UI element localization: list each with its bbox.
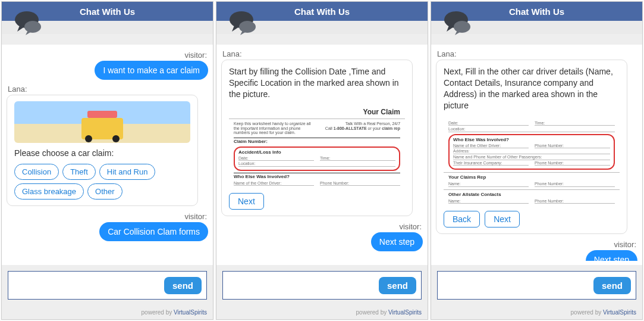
input-area: send xyxy=(431,265,642,306)
next-button[interactable]: Next xyxy=(485,211,520,227)
chip-hit-and-run[interactable]: Hit and Run xyxy=(99,164,156,180)
footer: powered by VirtualSpirits xyxy=(216,306,428,319)
chip-theft[interactable]: Theft xyxy=(62,164,96,180)
chat-area[interactable]: Lana: Start by filling the Collision Dat… xyxy=(216,45,428,265)
input-area: send xyxy=(216,265,428,306)
next-button[interactable]: Next xyxy=(229,193,264,210)
svg-point-1 xyxy=(24,21,41,33)
bot-message: Start by filling the Collision Date ,Tim… xyxy=(221,60,413,216)
header-title: Chat With Us xyxy=(509,7,564,17)
visitor-label: visitor: xyxy=(7,212,207,221)
chat-bubbles-icon xyxy=(442,10,475,36)
message-input[interactable]: send xyxy=(8,271,207,300)
visitor-label: visitor: xyxy=(7,51,207,60)
header-title: Chat With Us xyxy=(80,7,135,17)
prompt-text: Please choose a car claim: xyxy=(14,148,190,159)
claim-form-image: Your Claim Keep this worksheet handy to … xyxy=(229,105,405,190)
message-input[interactable]: send xyxy=(437,271,636,300)
chat-bubbles-icon xyxy=(12,10,46,36)
back-button[interactable]: Back xyxy=(444,211,480,227)
user-message: Car Collision Clam forms xyxy=(99,222,208,241)
brand-link[interactable]: VirtualSpirits xyxy=(603,309,636,316)
send-button[interactable]: send xyxy=(164,277,202,294)
input-area: send xyxy=(2,265,213,306)
bot-message: Please choose a car claim: Collision The… xyxy=(7,95,198,206)
chip-other[interactable]: Other xyxy=(87,183,122,200)
brand-link[interactable]: VirtualSpirits xyxy=(174,309,207,316)
chip-glass-breakage[interactable]: Glass breakage xyxy=(14,183,84,200)
svg-point-3 xyxy=(239,21,256,33)
user-message: Next step xyxy=(371,232,423,251)
footer: powered by VirtualSpirits xyxy=(431,306,642,319)
form-title: Your Claim xyxy=(234,108,400,116)
header-title: Chat With Us xyxy=(294,7,350,17)
chip-row: Collision Theft Hit and Run Glass breaka… xyxy=(14,164,190,200)
footer: powered by VirtualSpirits xyxy=(2,306,213,319)
user-message-partial: Next step xyxy=(586,250,637,261)
chat-widget-2: Chat With Us Lana: Start by filling the … xyxy=(216,1,428,320)
instruction-text: Start by filling the Collision Date ,Tim… xyxy=(229,66,405,100)
message-input[interactable]: send xyxy=(222,271,422,300)
chat-widget-3: Chat With Us Lana: Next, Fill in the oth… xyxy=(431,1,643,320)
chip-collision[interactable]: Collision xyxy=(14,164,59,180)
bot-message: Next, Fill in the other car driver detai… xyxy=(436,60,627,234)
send-button[interactable]: send xyxy=(379,277,416,294)
highlighted-section: Who Else Was Involved? Name of the Other… xyxy=(448,134,615,170)
chat-area[interactable]: Lana: Next, Fill in the other car driver… xyxy=(431,45,642,265)
claim-form-image: Date:Time: Location: Who Else Was Involv… xyxy=(444,116,620,208)
visitor-label: visitor: xyxy=(436,240,636,249)
chat-widget-1: Chat With Us visitor: I want to make a c… xyxy=(1,1,213,320)
brand-link[interactable]: VirtualSpirits xyxy=(388,309,422,316)
chat-bubbles-icon xyxy=(227,10,260,36)
instruction-text: Next, Fill in the other car driver detai… xyxy=(444,66,620,111)
user-message: I want to make a car claim xyxy=(95,61,208,80)
bot-label: Lana: xyxy=(8,85,208,94)
car-image xyxy=(14,101,190,143)
send-button[interactable]: send xyxy=(593,277,631,294)
chat-area[interactable]: visitor: I want to make a car claim Lana… xyxy=(2,45,213,265)
svg-point-5 xyxy=(454,21,470,33)
highlighted-section: Accident/Loss Info Date:Time: Location: xyxy=(234,147,400,171)
visitor-label: visitor: xyxy=(221,222,422,231)
bot-label: Lana: xyxy=(222,49,423,58)
bot-label: Lana: xyxy=(437,49,637,58)
